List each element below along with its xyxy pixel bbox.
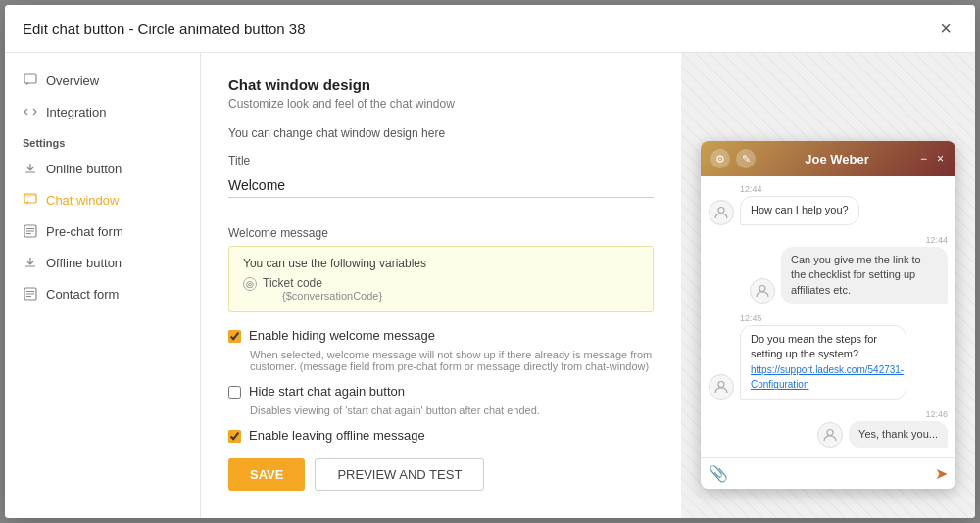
user-avatar-2 (750, 278, 775, 304)
hide-welcome-label[interactable]: Enable hiding welcome message (249, 328, 435, 343)
title-field-group: Title (228, 154, 654, 198)
sidebar: Overview Integration Settings (5, 53, 201, 518)
preview-test-button[interactable]: PREVIEW AND TEST (315, 458, 484, 491)
sidebar-item-overview[interactable]: Overview (5, 65, 200, 96)
sidebar-item-contact-form-label: Contact form (46, 287, 119, 302)
msg-time-2: 12:44 (925, 235, 948, 245)
action-bar: SAVE PREVIEW AND TEST (228, 458, 654, 491)
sidebar-item-offline-label: Offline button (46, 256, 122, 270)
hint-item-ticket: ◎ Ticket code {$conversationCode} (243, 276, 639, 302)
chat-input-bar: 📎 ➤ (701, 457, 956, 489)
checkbox-offline-row: Enable leaving offline message (228, 428, 654, 443)
user-bubble-wrap-4: 12:46 Yes, thank you... (849, 409, 948, 448)
svg-point-13 (718, 381, 724, 387)
checkbox-hide-welcome-row: Enable hiding welcome message (228, 328, 654, 343)
chat-header: ⚙ ✎ Joe Weber − × (701, 141, 956, 176)
edit-header-icon: ✎ (736, 149, 756, 168)
title-label: Title (228, 154, 654, 167)
chat-send-button[interactable]: ➤ (935, 464, 948, 483)
msg-time-4: 12:46 (925, 409, 948, 419)
chat-message-1: 12:44 How can I help you? (709, 184, 948, 224)
msg-time-1: 12:44 (740, 184, 859, 194)
section-subtitle: Customize look and feel of the chat wind… (228, 97, 654, 111)
agent-name: Joe Weber (805, 152, 869, 166)
title-input[interactable] (228, 173, 654, 198)
svg-rect-2 (24, 194, 36, 197)
modal-close-button[interactable]: × (934, 17, 957, 40)
agent-avatar-1 (709, 200, 734, 225)
user-bubble-2: Can you give me the link to the checklis… (781, 247, 948, 304)
hint-box-title: You can use the following variables (243, 257, 639, 270)
user-avatar-4 (817, 422, 843, 448)
sidebar-item-online-label: Online button (46, 162, 122, 176)
svg-point-11 (718, 207, 724, 213)
agent-bubble-wrap-1: 12:44 How can I help you? (740, 184, 859, 224)
user-bubble-4: Yes, thank you... (849, 421, 948, 448)
save-button[interactable]: SAVE (228, 458, 305, 491)
sidebar-item-integration[interactable]: Integration (5, 96, 200, 127)
chat-close-button[interactable]: × (935, 152, 946, 166)
welcome-message-group: Welcome message You can use the followin… (228, 226, 654, 312)
sidebar-item-pre-chat-form[interactable]: Pre-chat form (5, 215, 200, 247)
settings-header-icon: ⚙ (710, 149, 730, 168)
agent-bubble-wrap-3: 12:45 Do you mean the steps for setting … (740, 313, 906, 400)
chat-header-left: ⚙ ✎ (710, 149, 756, 168)
chat-preview-panel: ⚙ ✎ Joe Weber − × (681, 53, 975, 518)
chat-attach-button[interactable]: 📎 (709, 464, 728, 483)
form-icon-contact (23, 286, 38, 302)
ticket-label: Ticket code (263, 276, 322, 290)
agent-bubble-1: How can I help you? (740, 196, 859, 224)
hide-welcome-desc: When selected, welcome message will not … (250, 349, 654, 372)
sidebar-item-integration-label: Integration (46, 105, 106, 119)
agent-bubble-3: Do you mean the steps for setting up the… (740, 325, 906, 400)
sidebar-item-contact-form[interactable]: Contact form (5, 278, 200, 309)
modal-header: Edit chat button - Circle animated butto… (5, 5, 975, 53)
comment-icon (23, 72, 38, 88)
settings-section-label: Settings (5, 127, 200, 153)
modal: Edit chat button - Circle animated butto… (5, 5, 975, 518)
modal-body: Overview Integration Settings (5, 53, 975, 518)
svg-point-14 (827, 430, 833, 436)
enable-offline-checkbox[interactable] (228, 430, 241, 443)
msg-time-3: 12:45 (740, 313, 906, 323)
hide-start-chat-desc: Disables viewing of 'start chat again' b… (250, 404, 654, 416)
enable-offline-label[interactable]: Enable leaving offline message (249, 428, 425, 443)
modal-title: Edit chat button - Circle animated butto… (23, 21, 306, 37)
download-icon-offline (23, 255, 38, 270)
chat-messages: 12:44 How can I help you? 12:44 Can you … (701, 176, 956, 457)
agent-avatar-3 (709, 374, 734, 400)
chat-header-right: − × (918, 152, 946, 166)
sidebar-item-pre-chat-label: Pre-chat form (46, 224, 123, 239)
chat-message-2: 12:44 Can you give me the link to the ch… (709, 235, 948, 304)
sidebar-item-offline-button[interactable]: Offline button (5, 247, 200, 278)
sidebar-item-overview-label: Overview (46, 73, 99, 88)
divider-1 (228, 214, 654, 214)
change-hint: You can change chat window design here (228, 126, 654, 140)
sidebar-item-online-button[interactable]: Online button (5, 153, 200, 184)
code-icon (23, 104, 38, 119)
checkbox-hide-start-row: Hide start chat again button (228, 384, 654, 399)
chat-window-icon (23, 192, 38, 208)
svg-point-12 (760, 286, 765, 292)
sidebar-item-chat-window[interactable]: Chat window (5, 184, 200, 215)
chat-message-3: 12:45 Do you mean the steps for setting … (709, 313, 948, 400)
form-icon-pre (23, 223, 38, 239)
support-link[interactable]: https://support.ladesk.com/542731-Config… (751, 364, 904, 390)
chat-input-field[interactable] (734, 468, 929, 480)
section-title: Chat window design (228, 76, 654, 93)
main-content: Chat window design Customize look and fe… (201, 53, 681, 518)
hide-start-chat-checkbox[interactable] (228, 386, 241, 399)
hide-welcome-checkbox[interactable] (228, 330, 241, 343)
chat-widget: ⚙ ✎ Joe Weber − × (701, 141, 956, 489)
svg-rect-0 (24, 74, 36, 83)
ticket-var: {$conversationCode} (282, 290, 382, 302)
ticket-circle-icon: ◎ (243, 277, 257, 291)
download-icon-online (23, 161, 38, 176)
welcome-message-label: Welcome message (228, 226, 654, 240)
hide-start-chat-label[interactable]: Hide start chat again button (249, 384, 405, 399)
hint-box: You can use the following variables ◎ Ti… (228, 246, 654, 312)
chat-minimize-button[interactable]: − (918, 152, 929, 166)
sidebar-item-chat-window-label: Chat window (46, 193, 119, 208)
modal-overlay: Edit chat button - Circle animated butto… (0, 0, 980, 523)
chat-message-4: 12:46 Yes, thank you... (709, 409, 948, 448)
